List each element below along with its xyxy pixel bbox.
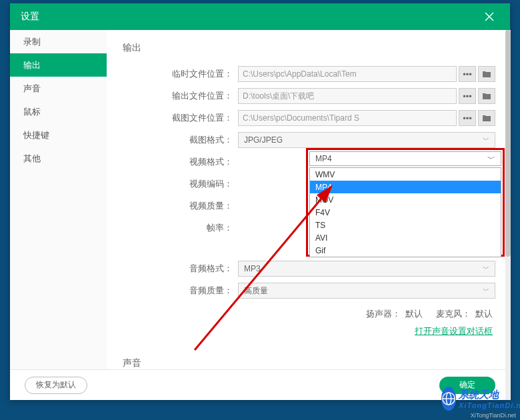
open-folder-button[interactable] bbox=[478, 88, 495, 104]
dialog-title: 设置 bbox=[21, 11, 479, 23]
label-audio-fmt: 音频格式： bbox=[123, 263, 233, 275]
row-screenshot-fmt: 截图格式： JPG/JPEG﹀ bbox=[123, 131, 495, 149]
link-row: 打开声音设置对话框 bbox=[123, 325, 495, 337]
row-screenshot-path: 截图文件位置： C:\Users\pc\Documents\Tipard S •… bbox=[123, 109, 495, 127]
audio-quality-select[interactable]: 高质量﹀ bbox=[238, 283, 495, 299]
sidebar-item-hotkey[interactable]: 快捷键 bbox=[10, 123, 107, 147]
dropdown-option-mov[interactable]: MOV bbox=[310, 193, 501, 206]
watermark-badge: 系统天地 XiTongTianDi.net bbox=[441, 385, 515, 412]
speaker-row: 扬声器： 默认 麦克风： 默认 bbox=[123, 308, 495, 320]
dropdown-option-gif[interactable]: Gif bbox=[310, 244, 501, 257]
audio-fmt-select[interactable]: MP3﹀ bbox=[238, 261, 495, 277]
dropdown-option-mp4[interactable]: MP4 bbox=[310, 181, 501, 193]
output-path-field[interactable]: D:\tools\桌面\下载吧 bbox=[238, 88, 457, 104]
dropdown-option-ts[interactable]: TS bbox=[310, 219, 501, 231]
sidebar-item-other[interactable]: 其他 bbox=[10, 147, 107, 170]
sidebar: 录制 输出 声音 鼠标 快捷键 其他 bbox=[10, 30, 107, 369]
browse-button[interactable]: ••• bbox=[459, 88, 476, 104]
chevron-down-icon: ﹀ bbox=[483, 135, 489, 145]
globe-icon bbox=[441, 387, 456, 411]
section-title-output: 输出 bbox=[123, 42, 495, 54]
temp-path-field[interactable]: C:\Users\pc\AppData\Local\Tem bbox=[238, 66, 457, 82]
label-video-quality: 视频质量： bbox=[123, 200, 233, 212]
browse-button[interactable]: ••• bbox=[459, 110, 476, 126]
screenshot-path-field[interactable]: C:\Users\pc\Documents\Tipard S bbox=[238, 110, 457, 126]
row-audio-quality: 音频质量： 高质量﹀ bbox=[123, 281, 495, 300]
sidebar-item-record[interactable]: 录制 bbox=[10, 30, 107, 53]
dropdown-option-f4v[interactable]: F4V bbox=[310, 206, 501, 219]
open-folder-button[interactable] bbox=[478, 110, 495, 126]
section-title-sound: 声音 bbox=[123, 357, 495, 369]
label-audio-quality: 音频质量： bbox=[123, 285, 233, 297]
dropdown-option-avi[interactable]: AVI bbox=[310, 231, 501, 244]
dialog-footer: 恢复为默认 确定 bbox=[10, 369, 510, 400]
screenshot-fmt-select[interactable]: JPG/JPEG﹀ bbox=[238, 132, 495, 148]
label-video-fmt: 视频格式： bbox=[123, 156, 233, 168]
vertical-scrollbar[interactable] bbox=[505, 30, 511, 400]
row-output-path: 输出文件位置： D:\tools\桌面\下载吧 ••• bbox=[123, 87, 495, 105]
restore-defaults-button[interactable]: 恢复为默认 bbox=[25, 377, 87, 394]
sidebar-item-sound[interactable]: 声音 bbox=[10, 77, 107, 100]
titlebar: 设置 bbox=[10, 3, 510, 30]
label-output-path: 输出文件位置： bbox=[123, 90, 233, 102]
close-icon[interactable] bbox=[479, 7, 499, 27]
sidebar-item-mouse[interactable]: 鼠标 bbox=[10, 100, 107, 123]
open-folder-button[interactable] bbox=[478, 66, 495, 82]
dropdown-list: WMV MP4 MOV F4V TS AVI Gif bbox=[309, 167, 501, 257]
browse-button[interactable]: ••• bbox=[459, 66, 476, 82]
label-screenshot-path: 截图文件位置： bbox=[123, 112, 233, 124]
label-temp-path: 临时文件位置： bbox=[123, 68, 233, 80]
video-format-dropdown: MP4 ﹀ WMV MP4 MOV F4V TS AVI Gif bbox=[306, 148, 505, 257]
label-fps: 帧率： bbox=[123, 222, 233, 234]
row-audio-fmt: 音频格式： MP3﹀ bbox=[123, 259, 495, 278]
chevron-down-icon: ﹀ bbox=[483, 286, 489, 295]
chevron-down-icon: ﹀ bbox=[487, 153, 495, 165]
dropdown-option-wmv[interactable]: WMV bbox=[310, 168, 501, 181]
scrollbar-thumb[interactable] bbox=[505, 30, 511, 257]
open-sound-settings-link[interactable]: 打开声音设置对话框 bbox=[415, 325, 493, 337]
video-fmt-select[interactable]: MP4 ﹀ bbox=[309, 151, 501, 166]
chevron-down-icon: ﹀ bbox=[483, 264, 489, 273]
label-screenshot-fmt: 截图格式： bbox=[123, 134, 233, 146]
label-video-codec: 视频编码： bbox=[123, 178, 233, 190]
row-temp-path: 临时文件位置： C:\Users\pc\AppData\Local\Tem ••… bbox=[123, 65, 495, 83]
watermark-text: XiTongTianDi.net bbox=[471, 412, 516, 419]
sidebar-item-output[interactable]: 输出 bbox=[10, 53, 107, 77]
